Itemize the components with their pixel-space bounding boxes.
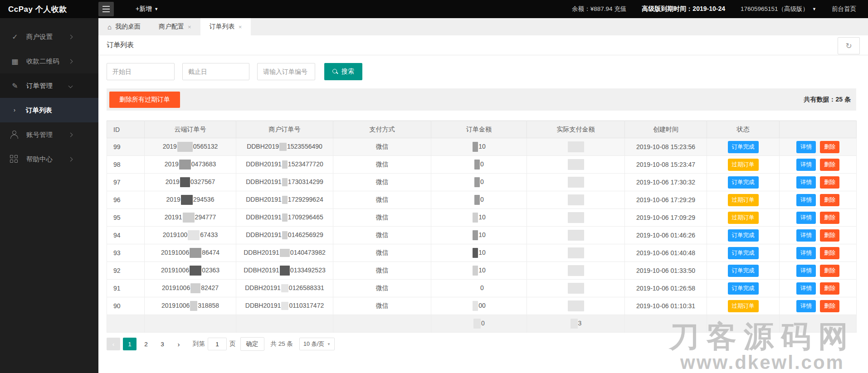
sidebar-item-order-management[interactable]: ✎ 订单管理 bbox=[0, 73, 98, 98]
tab-merchant-config[interactable]: 商户配置 × bbox=[150, 18, 200, 35]
redaction-blur bbox=[190, 283, 200, 293]
goto-confirm-button[interactable]: 确定 bbox=[240, 337, 264, 351]
front-home-link[interactable]: 前台首页 bbox=[832, 5, 856, 13]
close-icon[interactable]: × bbox=[239, 24, 242, 30]
detail-button[interactable]: 详情 bbox=[796, 212, 816, 224]
page-button-3[interactable]: 3 bbox=[156, 338, 169, 350]
redaction-blur bbox=[473, 230, 478, 240]
cell-actual-amount bbox=[527, 227, 625, 244]
goto-page-input[interactable] bbox=[208, 338, 227, 350]
cell-amount: 10 bbox=[431, 138, 527, 156]
redaction-blur bbox=[568, 194, 584, 205]
next-page-button[interactable]: › bbox=[172, 338, 185, 350]
new-dropdown[interactable]: +新增 ▼ bbox=[136, 5, 158, 13]
cell-amount: 10 bbox=[431, 262, 527, 280]
delete-button[interactable]: 删除 bbox=[820, 229, 839, 242]
order-number-input[interactable] bbox=[257, 63, 315, 80]
cell-actions: 详情删除 bbox=[780, 244, 857, 262]
sidebar-item-merchant-settings[interactable]: ✓ 商户设置 bbox=[0, 24, 98, 49]
cell-status: 订单完成 bbox=[707, 280, 780, 297]
prev-page-button[interactable]: ‹ bbox=[107, 338, 120, 350]
cell-pay-method: 微信 bbox=[333, 227, 431, 244]
redaction-blur bbox=[282, 231, 288, 239]
cell-cloud-order: 2019100682427 bbox=[145, 280, 236, 297]
column-header-created: 创建时间 bbox=[625, 121, 707, 138]
delete-button[interactable]: 删除 bbox=[820, 300, 839, 312]
page-button-2[interactable]: 2 bbox=[139, 338, 153, 350]
cell-amount: 0 bbox=[431, 280, 527, 297]
redaction-blur bbox=[473, 301, 478, 311]
detail-button[interactable]: 详情 bbox=[796, 194, 816, 206]
cell-status: 过期订单 bbox=[707, 191, 780, 209]
cell-empty bbox=[333, 315, 431, 333]
redaction-blur bbox=[282, 213, 288, 222]
refresh-icon: ↻ bbox=[845, 41, 852, 51]
cell-actions: 详情删除 bbox=[780, 174, 857, 191]
total-records-label: 共有数据：25 条 bbox=[804, 96, 851, 104]
redaction-blur bbox=[282, 196, 288, 204]
sidebar-item-account-management[interactable]: 账号管理 bbox=[0, 122, 98, 147]
detail-button[interactable]: 详情 bbox=[796, 282, 816, 295]
search-button[interactable]: 搜索 bbox=[324, 63, 362, 80]
balance-recharge-link[interactable]: 余额：¥887.94 充值 bbox=[572, 5, 626, 13]
close-icon[interactable]: × bbox=[188, 24, 191, 30]
cell-id: 95 bbox=[107, 209, 145, 227]
cell-id: 94 bbox=[107, 227, 145, 244]
status-badge: 过期订单 bbox=[728, 212, 759, 224]
status-badge: 订单完成 bbox=[728, 141, 759, 153]
status-badge: 订单完成 bbox=[728, 265, 759, 277]
detail-button[interactable]: 详情 bbox=[796, 300, 816, 312]
end-date-input[interactable] bbox=[182, 63, 249, 80]
redaction-blur bbox=[568, 159, 584, 170]
cell-actions: 详情删除 bbox=[780, 156, 857, 174]
delete-button[interactable]: 删除 bbox=[820, 176, 839, 189]
delete-expired-orders-button[interactable]: 删除所有过期订单 bbox=[109, 92, 180, 108]
redaction-blur bbox=[280, 266, 290, 276]
cell-status: 过期订单 bbox=[707, 297, 780, 315]
sidebar-item-qrcode[interactable]: ▦ 收款二维码 bbox=[0, 49, 98, 73]
cell-created: 2019-10-06 17:09:29 bbox=[625, 209, 707, 227]
detail-button[interactable]: 详情 bbox=[796, 159, 816, 171]
delete-button[interactable]: 删除 bbox=[820, 141, 839, 153]
refresh-button[interactable]: ↻ bbox=[838, 37, 860, 54]
search-form: 搜索 bbox=[107, 63, 860, 80]
detail-button[interactable]: 详情 bbox=[796, 141, 816, 153]
detail-button[interactable]: 详情 bbox=[796, 176, 816, 189]
main-content: ⌂ 我的桌面 商户配置 × 订单列表 × 订单列表 ↻ 搜索 bbox=[98, 18, 868, 373]
sidebar-subitem-order-list[interactable]: › 订单列表 bbox=[0, 98, 98, 122]
cell-actual-amount bbox=[527, 191, 625, 209]
detail-button[interactable]: 详情 bbox=[796, 229, 816, 242]
status-badge: 过期订单 bbox=[728, 300, 759, 312]
page-unit-label: 页 bbox=[229, 340, 236, 348]
delete-button[interactable]: 删除 bbox=[820, 282, 839, 295]
cell-empty bbox=[236, 315, 333, 333]
sidebar-item-help-center[interactable]: 帮助中心 bbox=[0, 147, 98, 171]
cell-actual-amount bbox=[527, 297, 625, 315]
delete-button[interactable]: 删除 bbox=[820, 194, 839, 206]
redaction-blur bbox=[474, 195, 480, 205]
order-management-icon: ✎ bbox=[10, 82, 20, 90]
redaction-blur bbox=[181, 195, 193, 205]
hamburger-menu-icon[interactable] bbox=[98, 2, 114, 16]
redaction-blur bbox=[177, 142, 193, 152]
tab-my-desktop[interactable]: ⌂ 我的桌面 bbox=[98, 18, 150, 35]
page-button-1[interactable]: 1 bbox=[123, 338, 137, 350]
delete-button[interactable]: 删除 bbox=[820, 159, 839, 171]
detail-button[interactable]: 详情 bbox=[796, 247, 816, 259]
delete-button[interactable]: 删除 bbox=[820, 212, 839, 224]
start-date-input[interactable] bbox=[107, 63, 175, 80]
cell-amount: 00 bbox=[431, 297, 527, 315]
detail-button[interactable]: 详情 bbox=[796, 265, 816, 277]
redaction-blur bbox=[568, 230, 584, 241]
per-page-select[interactable]: 10 条/页 ▼ bbox=[299, 338, 335, 350]
delete-button[interactable]: 删除 bbox=[820, 247, 839, 259]
delete-button[interactable]: 删除 bbox=[820, 265, 839, 277]
cell-created: 2019-10-06 01:26:58 bbox=[625, 280, 707, 297]
cell-empty bbox=[780, 315, 857, 333]
cell-status: 过期订单 bbox=[707, 209, 780, 227]
account-dropdown[interactable]: 17605965151（高级版） ▼ bbox=[741, 5, 816, 13]
tab-order-list[interactable]: 订单列表 × bbox=[200, 18, 251, 35]
column-header-cloud-order: 云端订单号 bbox=[145, 121, 236, 138]
home-icon: ⌂ bbox=[107, 23, 112, 31]
cell-cloud-order: 20191294777 bbox=[145, 209, 236, 227]
